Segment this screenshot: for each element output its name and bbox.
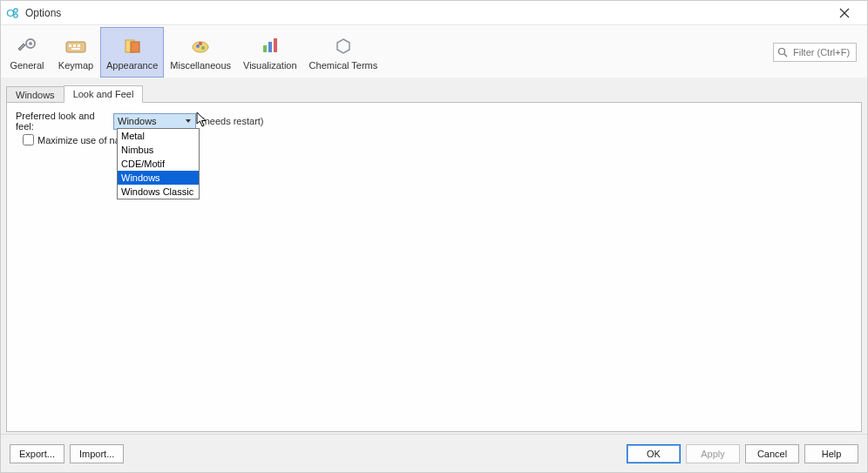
- app-icon: [6, 6, 20, 20]
- cancel-button[interactable]: Cancel: [745, 444, 799, 463]
- svg-point-1: [14, 8, 17, 11]
- svg-point-17: [199, 42, 202, 45]
- svg-rect-11: [71, 48, 80, 50]
- maximize-native-label: Maximize use of nat: [37, 135, 123, 145]
- category-general[interactable]: General: [3, 27, 51, 78]
- category-toolbar: General Keymap Appearance: [1, 25, 867, 78]
- laf-option-windows-classic[interactable]: Windows Classic: [118, 185, 199, 199]
- titlebar: Options: [1, 1, 867, 25]
- svg-line-23: [784, 54, 787, 57]
- svg-rect-20: [274, 38, 277, 52]
- svg-point-6: [29, 42, 32, 45]
- keymap-icon: [64, 34, 88, 58]
- laf-option-cde-motif[interactable]: CDE/Motif: [118, 157, 199, 171]
- tab-content: Preferred look and feel: Windows (needs …: [6, 102, 862, 432]
- category-label: General: [10, 60, 44, 71]
- svg-point-2: [14, 13, 17, 17]
- help-button[interactable]: Help: [804, 444, 858, 463]
- laf-option-windows[interactable]: Windows: [118, 171, 199, 185]
- general-icon: [15, 34, 39, 58]
- category-label: Keymap: [58, 60, 93, 71]
- category-label: Chemical Terms: [309, 60, 378, 71]
- import-button[interactable]: Import...: [70, 444, 124, 463]
- options-body: Windows Look and Feel Preferred look and…: [1, 78, 867, 436]
- apply-button: Apply: [686, 444, 740, 463]
- laf-option-metal[interactable]: Metal: [118, 129, 199, 143]
- filter-input[interactable]: [791, 46, 852, 58]
- svg-rect-10: [78, 44, 80, 47]
- visualization-icon: [258, 34, 282, 58]
- window-close-button[interactable]: [827, 1, 862, 25]
- subtab-bar: Windows Look and Feel: [6, 81, 862, 102]
- laf-hint: (needs restart): [201, 116, 264, 126]
- category-chemical-terms[interactable]: Chemical Terms: [303, 27, 384, 78]
- svg-point-22: [779, 49, 785, 55]
- svg-rect-13: [131, 42, 139, 52]
- button-bar: Export... Import... OK Apply Cancel Help: [1, 434, 867, 472]
- laf-label: Preferred look and feel:: [16, 111, 113, 132]
- category-label: Appearance: [106, 60, 158, 71]
- filter-search[interactable]: [773, 43, 857, 62]
- appearance-icon: [120, 34, 145, 58]
- svg-point-0: [8, 10, 14, 16]
- search-icon: [777, 47, 788, 57]
- export-button[interactable]: Export...: [10, 444, 64, 463]
- svg-point-15: [196, 44, 200, 48]
- category-label: Visualization: [243, 60, 297, 71]
- svg-rect-8: [69, 44, 71, 47]
- maximize-native-checkbox[interactable]: [23, 134, 34, 145]
- close-icon: [839, 8, 850, 18]
- window-title: Options: [25, 7, 61, 19]
- category-keymap[interactable]: Keymap: [51, 27, 100, 78]
- svg-rect-19: [268, 42, 272, 52]
- category-visualization[interactable]: Visualization: [237, 27, 303, 78]
- category-label: Miscellaneous: [170, 60, 231, 71]
- ok-button[interactable]: OK: [627, 444, 681, 463]
- category-appearance[interactable]: Appearance: [100, 27, 164, 78]
- laf-selected-value: Windows: [118, 116, 157, 126]
- svg-rect-9: [73, 44, 76, 47]
- svg-rect-18: [263, 45, 267, 52]
- laf-combobox[interactable]: Windows: [113, 113, 196, 130]
- svg-point-16: [201, 46, 205, 50]
- subtab-look-and-feel[interactable]: Look and Feel: [64, 85, 144, 103]
- chevron-down-icon: [185, 118, 192, 125]
- subtab-windows[interactable]: Windows: [6, 86, 64, 103]
- svg-marker-21: [337, 39, 349, 53]
- chemical-terms-icon: [331, 34, 356, 58]
- category-miscellaneous[interactable]: Miscellaneous: [164, 27, 237, 78]
- laf-dropdown-list[interactable]: Metal Nimbus CDE/Motif Windows Windows C…: [117, 128, 200, 199]
- miscellaneous-icon: [188, 34, 213, 58]
- laf-option-nimbus[interactable]: Nimbus: [118, 143, 199, 157]
